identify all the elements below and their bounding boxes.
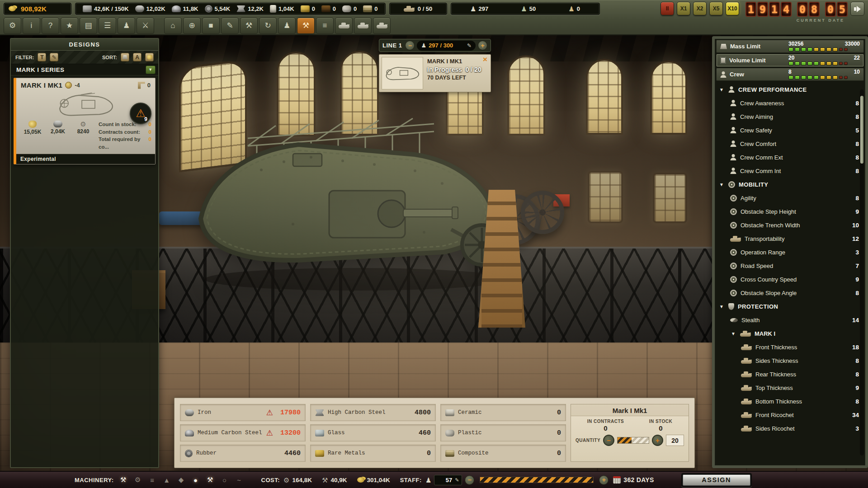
material-name: Rare Metals — [328, 450, 365, 456]
edit-pencil-icon[interactable]: ✎ — [455, 477, 459, 483]
machine-lathe-button[interactable]: ⚙ — [132, 474, 144, 486]
filter-blueprint-icon[interactable]: ✎ — [50, 53, 58, 61]
toolbar-engines-button[interactable]: ≡ — [316, 18, 334, 34]
production-title: Mark I Mk1 — [571, 404, 689, 416]
factory-viewport[interactable]: DESIGNS FILTER: T ✎ SORT: A MARK I SERIE… — [0, 35, 868, 471]
materials-value: 2,04K — [51, 128, 65, 135]
toolbar-maintenance-button[interactable]: ↻ — [259, 18, 277, 34]
line-unit-card[interactable]: MARK I MK1 In Progress 0 / 20 70 DAYS LE… — [379, 54, 491, 92]
toolbar-tank-designs-button[interactable] — [335, 18, 353, 34]
coins-icon — [357, 477, 364, 483]
stats-section-protection[interactable]: ▼PROTECTION — [715, 300, 865, 313]
filter-type-icon[interactable]: T — [38, 53, 46, 61]
stats-subsection-mark-i[interactable]: ▼MARK I — [715, 327, 865, 340]
staff-label: STAFF: — [400, 477, 422, 483]
material-name: Rubber — [196, 450, 217, 456]
staff-display: ♟297♟50♟0 — [451, 3, 600, 15]
date-digit: 4 — [781, 2, 792, 17]
machine-milling-machine-button[interactable]: ≡ — [146, 474, 158, 486]
toolbar-newspaper-button[interactable]: ▤ — [80, 18, 97, 34]
stat-value: 14 — [852, 317, 859, 324]
scrollbar-track[interactable] — [860, 89, 864, 455]
toolbar-military-button[interactable]: ⚔ — [137, 18, 154, 34]
stat-label: Obstacle Trench Width — [741, 222, 800, 229]
toolbar-diplomacy-button[interactable]: ♟ — [118, 18, 135, 34]
newspaper-icon: ▤ — [85, 21, 92, 30]
toolbar-settings-button[interactable]: ⚙ — [4, 18, 21, 34]
toolbar-blueprints-button[interactable]: ✎ — [221, 18, 239, 34]
machine-roller-button[interactable]: ○ — [219, 474, 231, 486]
close-icon[interactable]: × — [483, 56, 487, 63]
construction-works-icon: ⚒ — [302, 21, 309, 30]
sort-cost-icon[interactable] — [145, 53, 154, 61]
speed-button-x5[interactable]: X5 — [709, 2, 723, 15]
toolbar-info-button[interactable]: i — [23, 18, 40, 34]
designs-panel: DESIGNS FILTER: T ✎ SORT: A MARK I SERIE… — [10, 38, 159, 468]
fabric-roll-value: 0 — [354, 5, 357, 12]
unit-status: In Progress 0 / 20 — [427, 66, 481, 73]
design-card-mark-i-mk1[interactable]: MARK I MK1 -4 0 — [14, 78, 156, 164]
limit-row-crew: Crew810 — [716, 68, 864, 81]
meter-segment — [833, 47, 838, 52]
speed-button-x1[interactable]: X1 — [677, 2, 690, 15]
machine-press-button[interactable]: ◆ — [175, 474, 187, 486]
speed-button-x2[interactable]: X2 — [693, 2, 707, 15]
info-icon: i — [31, 21, 33, 30]
line-title: LINE 1 — [382, 42, 402, 49]
series-header-mark-i[interactable]: MARK I SERIES ▼ — [11, 64, 158, 75]
staff-minus-button[interactable]: − — [465, 475, 474, 485]
quantity-slider[interactable] — [617, 437, 649, 444]
speed-button-x10[interactable]: X10 — [726, 2, 739, 15]
top-header: 908,92K 42,6K / 150K12,02K11,8K5,54K12,2… — [0, 0, 868, 35]
toolbar-factory-button[interactable]: ⌂ — [164, 18, 182, 34]
machine-drill-press-button[interactable]: ⚒ — [118, 474, 129, 486]
toolbar-tank-deploy-button[interactable] — [373, 18, 391, 34]
pause-button[interactable]: II — [660, 2, 674, 15]
date-caption: CURRENT DATE — [797, 18, 844, 23]
unit-thumbnail[interactable] — [382, 57, 423, 89]
toolbar-achievements-button[interactable]: ★ — [61, 18, 78, 34]
toolbar-construction-works-button[interactable]: ⚒ — [297, 18, 315, 34]
stat-value: 9 — [855, 276, 859, 283]
mark-i-tank-model[interactable] — [180, 111, 524, 293]
stats-section-mobility[interactable]: ▼MOBILITY — [715, 178, 865, 191]
staff-count-input[interactable]: 57 ✎ — [434, 475, 462, 485]
machine-grinder-button[interactable]: ▲ — [161, 474, 173, 486]
machine-furnace-button[interactable]: ● — [190, 474, 202, 486]
toolbar-crew-management-button[interactable]: ♟ — [278, 18, 296, 34]
stat-label: Stealth — [741, 317, 760, 324]
edit-pencil-icon[interactable]: ✎ — [467, 42, 472, 49]
quantity-value[interactable]: 20 — [666, 435, 684, 446]
machine-welder-button[interactable]: ⚒ — [204, 474, 216, 486]
toolbar-finances-button[interactable]: ■ — [202, 18, 220, 34]
collapse-arrow-icon: ▼ — [719, 304, 725, 309]
wheel-icon — [730, 290, 737, 296]
stats-section-crew-performance[interactable]: ▼CREW PERFORMANCE — [715, 83, 865, 96]
assign-button[interactable]: ASSIGN — [683, 474, 750, 486]
toolbar-world-map-button[interactable]: ⊕ — [183, 18, 201, 34]
line-staff-plus-button[interactable]: + — [478, 41, 487, 50]
announcements-button[interactable] — [850, 2, 864, 16]
material-value: 0 — [557, 429, 561, 437]
chevron-down-icon[interactable]: ▼ — [146, 66, 156, 74]
staff-slider[interactable] — [480, 477, 594, 483]
design-tag: Experimental — [16, 154, 155, 164]
material-row-composite: Composite0 — [440, 445, 566, 462]
machine-spring-machine-button[interactable]: ~ — [233, 474, 245, 486]
meter-segment — [826, 47, 831, 52]
toolbar-help-button[interactable]: ? — [42, 18, 59, 34]
stat-row-sides-thickness: Sides Thickness8 — [715, 354, 865, 367]
staff-plus-button[interactable]: + — [599, 475, 609, 485]
quantity-minus-button[interactable]: − — [603, 435, 614, 446]
toolbar-reports-button[interactable]: ☰ — [99, 18, 116, 34]
toolbar-tank-combat-button[interactable] — [354, 18, 372, 34]
tank-icon — [741, 344, 752, 350]
line-staff-minus-button[interactable]: − — [405, 41, 415, 50]
scrollbar-thumb[interactable] — [860, 96, 863, 164]
stat-label: Operation Range — [741, 249, 785, 256]
material-row-medium-carbon-steel: Medium Carbon Steel⚠13200 — [180, 424, 306, 441]
sort-weight-icon[interactable] — [121, 53, 129, 61]
toolbar-repair-button[interactable]: ⚒ — [240, 18, 258, 34]
quantity-plus-button[interactable]: + — [652, 435, 663, 446]
sort-alpha-icon[interactable]: A — [133, 53, 142, 61]
